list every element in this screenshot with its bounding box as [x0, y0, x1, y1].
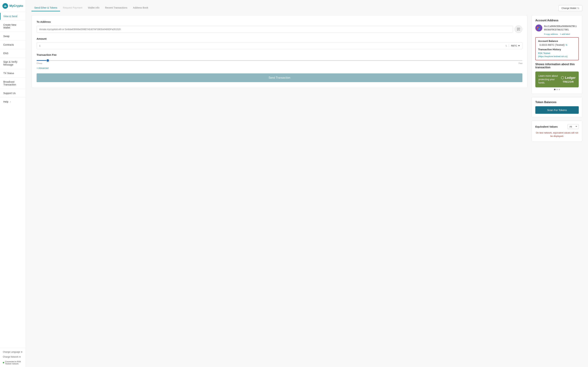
svg-rect-7: [518, 30, 518, 30]
fee-cheap-label: Cheap: [37, 62, 42, 64]
svg-rect-3: [518, 28, 518, 29]
edit-icon: [560, 33, 561, 35]
svg-point-12: [535, 25, 542, 32]
ledger-trezor-logo: ⬡ Ledger TREZOR: [561, 75, 576, 83]
balance-history-box: Account Balance 0.0015 RBTC (Testnet) Tr…: [535, 37, 579, 60]
network-status: Connected to RSK Testnet network: [0, 359, 26, 366]
sidebar-bottom: Change Language Change Network Connected…: [0, 348, 26, 367]
avatar: [535, 25, 542, 32]
sidebar-item-tx-status[interactable]: TX Status: [0, 70, 26, 77]
equiv-select[interactable]: All USD EUR GBP BTC ETH: [568, 124, 579, 129]
sidebar-nav: View & Send Create New Wallet Swap Contr…: [0, 12, 26, 348]
sidebar-item-help[interactable]: Help: [0, 98, 26, 105]
change-network-gear-icon: [19, 356, 21, 358]
banner-dots: [535, 89, 579, 90]
tab-wallet-info[interactable]: Wallet Info: [85, 5, 102, 11]
sidebar-item-ens[interactable]: ENS: [0, 50, 26, 57]
sidebar-divider-2: [0, 32, 26, 32]
fee-slider[interactable]: [37, 60, 522, 61]
address-display: 0xcCa060d3D6a5880A9d7BCc 0938df0CD7AA317…: [535, 25, 579, 32]
change-language-item[interactable]: Change Language: [0, 350, 26, 354]
qr-scan-button[interactable]: [515, 25, 522, 33]
sidebar-item-support[interactable]: Support Us: [0, 90, 26, 97]
fee-labels: Cheap Fast: [37, 62, 522, 64]
banner-dot-1[interactable]: [554, 89, 555, 90]
fee-fast-label: Fast: [519, 62, 522, 64]
history-link[interactable]: RSK Testnet (https://explorer.testnet.rs…: [538, 52, 568, 58]
sidebar-item-swap[interactable]: Swap: [0, 33, 26, 40]
token-balances-title: Token Balances: [535, 101, 579, 104]
balance-label: Account Balance: [538, 40, 576, 42]
sidebar-divider-1: [0, 20, 26, 21]
account-card-title: Account Address: [535, 19, 579, 22]
copy-address-link[interactable]: copy address: [544, 33, 558, 35]
equivalent-values-card: Equivalent Values All USD EUR GBP BTC ET…: [532, 121, 582, 142]
refresh-icon: ↻: [577, 7, 579, 10]
mycrypto-logo-icon: [2, 3, 8, 9]
to-address-label: To Address: [37, 20, 522, 23]
tab-address-book[interactable]: Address Book: [130, 5, 151, 11]
svg-rect-8: [519, 29, 519, 30]
tab-request-payment: Request Payment: [60, 5, 85, 11]
sidebar-item-sign-verify[interactable]: Sign & Verify Message: [0, 58, 26, 68]
tab-recent-transactions[interactable]: Recent Transactions: [102, 5, 130, 11]
amount-label: Amount: [37, 37, 522, 40]
address-actions: copy address add label: [544, 33, 579, 35]
sidebar-logo: MyCrypto: [0, 0, 26, 12]
account-card: Account Address 0xcCa060d3D6a5880A9d7BCc…: [532, 15, 582, 94]
ledger-icon: ⬡: [561, 75, 564, 80]
content-columns: To Address: [32, 15, 582, 142]
token-select-wrap[interactable]: RBTC ▼: [509, 44, 522, 47]
svg-rect-9: [519, 29, 519, 30]
sidebar-item-broadcast[interactable]: Broadcast Transaction: [0, 78, 26, 88]
svg-point-14: [539, 26, 540, 27]
qr-icon: [517, 27, 520, 31]
send-form-panel: To Address: [32, 15, 527, 88]
address-text: 0xcCa060d3D6a5880A9d7BCc 0938df0CD7AA317…: [544, 25, 577, 31]
amount-input[interactable]: [37, 42, 504, 49]
sidebar: MyCrypto View & Send Create New Wallet S…: [0, 0, 26, 367]
banner-text: Learn more about protecting your funds.: [538, 74, 561, 84]
token-balances-card: Token Balances Scan For Tokens: [532, 97, 582, 117]
app-name: MyCrypto: [9, 4, 23, 8]
ledger-logo-top: ⬡ Ledger: [561, 75, 576, 80]
external-link-icon: [9, 101, 11, 103]
trezor-name: TREZOR: [563, 80, 574, 83]
svg-point-15: [538, 28, 540, 30]
banner-dot-2[interactable]: [556, 89, 558, 90]
svg-point-13: [537, 27, 538, 28]
svg-point-0: [2, 3, 8, 9]
banner-dot-3[interactable]: [559, 89, 560, 90]
token-dropdown-arrow: ▼: [518, 44, 520, 47]
to-address-input[interactable]: [37, 26, 513, 33]
ledger-name: Ledger: [565, 76, 576, 80]
sidebar-divider-7: [0, 77, 26, 78]
svg-rect-5: [519, 28, 519, 29]
add-label-link[interactable]: add label: [560, 33, 570, 35]
tabs: Send Ether & Tokens Request Payment Wall…: [32, 5, 151, 11]
equiv-note: On test network, equivalent values will …: [535, 131, 579, 138]
send-transaction-button[interactable]: Send Transaction: [37, 73, 522, 82]
tab-send-ether[interactable]: Send Ether & Tokens: [32, 5, 60, 11]
svg-rect-11: [519, 30, 520, 31]
change-network-item[interactable]: Change Network: [0, 354, 26, 359]
sidebar-divider-3: [0, 40, 26, 41]
sidebar-item-create-new-wallet[interactable]: Create New Wallet: [0, 21, 26, 31]
ledger-trezor-banner[interactable]: Learn more about protecting your funds. …: [535, 71, 579, 87]
svg-point-1: [5, 6, 6, 7]
tx-info-text: Shows information about this transaction: [535, 63, 579, 69]
balance-refresh-icon[interactable]: [566, 44, 568, 46]
address-row: [37, 25, 522, 33]
amount-arrows[interactable]: ⇅: [504, 44, 509, 47]
advanced-link[interactable]: + Advanced: [37, 67, 49, 69]
amount-input-wrap: ⇅ RBTC ▼: [37, 42, 522, 49]
sidebar-item-view-send[interactable]: View & Send: [0, 13, 26, 20]
change-language-gear-icon: [21, 351, 23, 353]
balance-value: 0.0015 RBTC (Testnet): [538, 43, 576, 46]
amount-row: ⇅ RBTC ▼: [37, 42, 522, 49]
sidebar-item-contracts[interactable]: Contracts: [0, 41, 26, 48]
equiv-label: Equivalent Values: [535, 125, 558, 128]
scan-tokens-button[interactable]: Scan For Tokens: [535, 106, 579, 114]
equiv-row: Equivalent Values All USD EUR GBP BTC ET…: [535, 124, 579, 129]
change-wallet-button[interactable]: Change Wallet ↻: [558, 5, 582, 11]
